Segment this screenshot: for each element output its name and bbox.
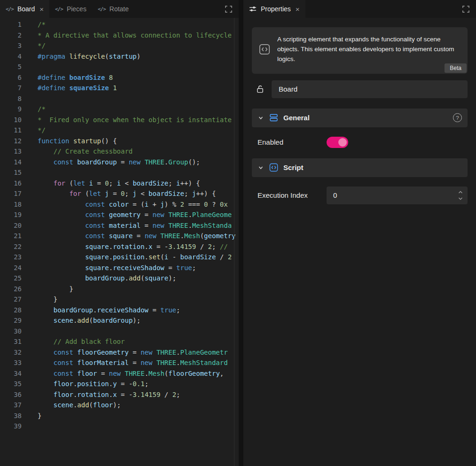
tab-rotate[interactable]: </> Rotate [92,0,134,18]
code-line[interactable]: 7#define squareSize 1 [0,83,239,93]
line-number: 35 [0,379,22,389]
name-row [252,80,468,98]
properties-tabbar: Properties × [243,0,476,18]
properties-body: A scripting element that expands the fun… [243,18,476,466]
line-number: 32 [0,347,22,358]
line-number: 33 [0,357,22,368]
panel-divider[interactable] [239,0,243,466]
code-icon: </> [98,6,106,12]
code-line[interactable]: 2* A directive that allows connection to… [0,30,239,41]
expand-panel-icon[interactable] [456,0,476,18]
code-line[interactable]: 32 const floorGeometry = new THREE.Plane… [0,347,239,358]
code-line[interactable]: 19 const geometry = new THREE.PlaneGeome [0,210,239,220]
code-line[interactable]: 18 const color = (i + j) % 2 === 0 ? 0x [0,199,239,210]
code-line[interactable]: 12function startup() { [0,136,239,147]
code-line[interactable]: 28 boardGroup.receiveShadow = true; [0,305,239,316]
line-number: 20 [0,220,22,231]
code-line[interactable]: 33 const floorMaterial = new THREE.MeshS… [0,357,239,368]
code-line[interactable]: 21 const square = new THREE.Mesh(geometr… [0,231,239,241]
code-line[interactable]: 20 const material = new THREE.MeshStanda [0,220,239,231]
line-number: 34 [0,368,22,379]
code-line[interactable]: 5 [0,62,239,72]
general-section-label: General [283,114,310,122]
code-line[interactable]: 36 floor.rotation.x = -3.14159 / 2; [0,389,239,400]
toggle-knob [338,138,347,147]
line-number: 29 [0,315,22,326]
help-icon[interactable]: ? [453,113,462,122]
code-line[interactable]: 35 floor.position.y = -0.1; [0,379,239,389]
code-line[interactable]: 4#pragma lifecycle(startup) [0,51,239,62]
sliders-icon [249,5,257,13]
code-line[interactable]: 30 [0,326,239,337]
code-line[interactable]: 26 } [0,284,239,295]
editor-tabbar: </> Board × </> Pieces </> Rotate [0,0,239,18]
code-line[interactable]: 37 scene.add(floor); [0,400,239,411]
close-icon[interactable]: × [39,6,44,13]
expand-panel-icon[interactable] [218,0,239,18]
number-spinners [456,186,465,204]
code-line[interactable]: 9/* [0,104,239,115]
code-line[interactable]: 11*/ [0,125,239,136]
code-line[interactable]: 14 const boardGroup = new THREE.Group(); [0,157,239,168]
code-line[interactable]: 27 } [0,294,239,305]
code-editor-panel: </> Board × </> Pieces </> Rotate 1/*2* … [0,0,239,466]
line-number: 4 [0,51,22,62]
line-number: 30 [0,326,22,337]
object-name-input[interactable] [272,80,468,98]
code-line[interactable]: 8 [0,93,239,104]
code-editor-lines: 1/*2* A directive that allows connection… [0,19,239,432]
close-icon[interactable]: × [296,6,300,13]
code-line[interactable]: 6#define boardSize 8 [0,72,239,83]
code-line[interactable]: 24 square.receiveShadow = true; [0,263,239,273]
code-line[interactable]: 38} [0,411,239,421]
code-line[interactable]: 23 square.position.set(i - boardSize / 2 [0,252,239,263]
code-line[interactable]: 31 // Add black floor [0,336,239,347]
spinner-down-icon[interactable] [458,196,463,201]
code-icon: </> [55,6,63,12]
unlock-icon[interactable] [256,85,265,93]
line-number: 36 [0,389,22,400]
line-number: 25 [0,273,22,284]
line-number: 13 [0,146,22,157]
line-number: 14 [0,157,22,168]
code-line[interactable]: 3*/ [0,40,239,51]
code-line[interactable]: 39 [0,421,239,432]
section-general[interactable]: General ? [252,109,468,127]
line-number: 21 [0,231,22,241]
line-number: 24 [0,263,22,273]
chevron-down-icon[interactable] [258,164,264,171]
code-line[interactable]: 1/* [0,19,239,30]
code-line[interactable]: 29 scene.add(boardGroup); [0,315,239,326]
code-editor[interactable]: 1/*2* A directive that allows connection… [0,18,239,466]
tab-properties[interactable]: Properties × [243,0,305,18]
chevron-down-icon[interactable] [258,115,264,121]
general-section-icon [269,113,278,122]
tab-pieces[interactable]: </> Pieces [49,0,92,18]
code-line[interactable]: 22 square.rotation.x = -3.14159 / 2; // [0,241,239,252]
line-number: 1 [0,19,22,30]
code-line[interactable]: 17 for (let j = 0; j < boardSize; j++) { [0,188,239,199]
line-number: 3 [0,40,22,51]
enabled-label: Enabled [258,138,327,146]
line-number: 6 [0,72,22,83]
code-line[interactable]: 13 // Create chessboard [0,146,239,157]
code-line[interactable]: 25 boardGroup.add(square); [0,273,239,284]
tab-board[interactable]: </> Board × [0,0,49,18]
code-icon: </> [6,6,14,12]
code-line[interactable]: 16 for (let i = 0; i < boardSize; i++) { [0,178,239,189]
code-line[interactable]: 15 [0,167,239,178]
code-line[interactable]: 34 const floor = new THREE.Mesh(floorGeo… [0,368,239,379]
execution-index-row: Execution Index [252,186,468,204]
line-number: 17 [0,188,22,199]
beta-badge: Beta [445,63,467,73]
code-line[interactable]: 10* Fired only once when the object is i… [0,115,239,125]
enabled-toggle[interactable] [327,137,348,148]
line-number: 18 [0,199,22,210]
spinner-up-icon[interactable] [458,190,463,195]
line-number: 19 [0,210,22,220]
line-number: 31 [0,336,22,347]
section-script[interactable]: Script [252,158,468,177]
execution-index-input[interactable] [327,186,468,204]
line-number: 38 [0,411,22,421]
execution-index-label: Execution Index [258,191,327,199]
